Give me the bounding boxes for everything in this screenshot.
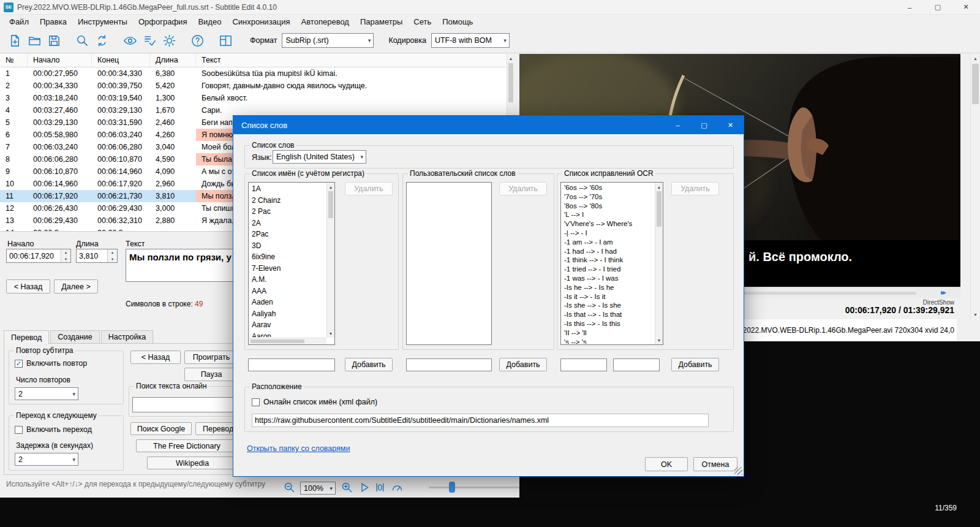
visual-sync-icon[interactable] (120, 31, 140, 50)
back-button[interactable]: < Назад (130, 351, 181, 364)
menu-item[interactable]: Инструменты (72, 16, 133, 28)
scroll-thumb[interactable] (972, 64, 979, 104)
free-dictionary-button[interactable]: The Free Dictionary (136, 439, 238, 452)
help-icon[interactable] (187, 31, 207, 50)
cancel-button[interactable]: Отмена (693, 457, 737, 471)
menu-item[interactable]: Орфография (133, 16, 192, 28)
list-item[interactable]: -1 tried --> - I tried (562, 265, 654, 274)
scroll-up-icon[interactable]: ▲ (971, 54, 980, 63)
col-end[interactable]: Конец (92, 54, 150, 67)
names-add-input[interactable] (248, 358, 335, 371)
minimize-icon[interactable]: – (895, 0, 924, 15)
wikipedia-button[interactable]: Wikipedia (147, 457, 238, 469)
duration-stepper[interactable]: 3,810 ▲▼ (76, 249, 118, 263)
menu-item[interactable]: Файл (4, 16, 34, 28)
online-names-checkbox[interactable]: Онлайн список имён (xml файл) (252, 398, 377, 406)
ocr-add-button[interactable]: Добавить (671, 358, 719, 371)
scroll-up-icon[interactable]: ▲ (655, 183, 663, 191)
list-item[interactable]: 2A (249, 218, 326, 229)
start-time-stepper[interactable]: 00:06:17,920 ▲▼ (6, 249, 71, 263)
col-number[interactable]: № (0, 54, 28, 67)
list-item[interactable]: -Is he --> - Is he (562, 283, 654, 292)
col-start[interactable]: Начало (28, 54, 92, 67)
user-words-add-button[interactable]: Добавить (499, 358, 547, 371)
ok-button[interactable]: OK (645, 457, 688, 471)
list-item[interactable]: 6ix9ine (249, 251, 326, 263)
settings-gear-icon[interactable] (159, 31, 179, 50)
scroll-thumb[interactable] (251, 339, 304, 343)
spin-up-icon[interactable]: ▲ (108, 249, 117, 256)
list-item[interactable]: -Is she --> - Is she (562, 301, 654, 310)
window-scrollbar[interactable]: ▲ ▼ (970, 54, 980, 319)
dialog-maximize-icon[interactable]: ▢ (691, 116, 717, 134)
zoom-out-icon[interactable] (283, 481, 296, 494)
list-item[interactable]: '8os --> '80s (562, 202, 654, 211)
checkbox-unchecked-icon[interactable] (252, 398, 260, 406)
dialog-minimize-icon[interactable]: – (665, 116, 691, 134)
names-hscrollbar[interactable] (249, 338, 326, 344)
list-item[interactable]: -1 had --> - I had (562, 247, 654, 256)
repeat-checkbox[interactable]: ✓ Включить повтор (15, 359, 87, 368)
open-dictionaries-folder-link[interactable]: Открыть папку со словарями (247, 444, 350, 453)
prev-subtitle-button[interactable]: < Назад (6, 279, 50, 294)
find-icon[interactable] (72, 31, 92, 50)
list-item[interactable]: 's --> 's (562, 338, 654, 344)
menu-item[interactable]: Параметры (355, 16, 408, 28)
ocr-replace-input[interactable] (613, 358, 660, 371)
list-item[interactable]: -Is this --> - Is this (562, 319, 654, 328)
encoding-select[interactable]: UTF-8 with BOM ▾ (431, 33, 510, 48)
list-item[interactable]: -Is it --> - Is it (562, 292, 654, 301)
list-item[interactable]: 'v'Vhere's --> Where's (562, 219, 654, 229)
names-listbox[interactable]: 1A2 Chainz2 Pac2A2Pac3D6ix9ine7-ElevenA.… (248, 182, 335, 345)
list-item[interactable]: '7os --> '70s (562, 192, 654, 202)
user-words-remove-button[interactable]: Удалить (499, 182, 547, 195)
ocr-find-input[interactable] (560, 358, 607, 371)
next-subtitle-button[interactable]: Далее > (54, 279, 98, 294)
tab-item[interactable]: Настройка (101, 330, 154, 344)
subtitle-row[interactable]: 100:00:27,95000:00:34,3306,380Soobesüküt… (0, 67, 507, 80)
list-item[interactable]: Aaliyah (249, 308, 326, 320)
list-item[interactable]: -Is that --> - Is that (562, 310, 654, 319)
dialog-titlebar[interactable]: Список слов – ▢ ✕ (233, 116, 744, 134)
list-item[interactable]: Aaron (249, 331, 326, 338)
ocr-fixes-listbox[interactable]: '6os --> '60s'7os --> '70s'8os --> '80s'… (560, 182, 663, 345)
list-item[interactable]: 7-Eleven (249, 263, 326, 275)
replace-icon[interactable] (92, 31, 111, 50)
list-item[interactable]: 2Pac (249, 229, 326, 240)
list-item[interactable]: Aarav (249, 319, 326, 331)
list-item[interactable]: 'L --> I (562, 210, 654, 219)
spin-down-icon[interactable]: ▼ (108, 256, 117, 263)
list-item[interactable]: Aaden (249, 297, 326, 308)
names-remove-button[interactable]: Удалить (345, 182, 393, 195)
subtitle-row[interactable]: 300:03:18,24000:03:19,5401,300Белый хвос… (0, 92, 507, 104)
waveform-slider-thumb[interactable] (449, 482, 455, 493)
subtitle-row[interactable]: 200:00:34,33000:00:39,7505,420Говорят, д… (0, 80, 507, 92)
names-add-button[interactable]: Добавить (345, 358, 393, 371)
pause-button[interactable]: Пауза (184, 368, 238, 381)
list-item[interactable]: -1 was --> - I was (562, 274, 654, 283)
names-url-input[interactable]: https://raw.githubusercontent.com/Subtit… (252, 414, 709, 427)
goto-start-icon[interactable] (374, 481, 386, 494)
list-item[interactable]: 3D (249, 240, 326, 252)
waveform-bottom-strip[interactable] (0, 498, 980, 527)
scroll-up-icon[interactable]: ▲ (507, 54, 514, 63)
checkbox-unchecked-icon[interactable] (15, 426, 23, 434)
new-file-icon[interactable] (5, 31, 24, 50)
close-icon[interactable]: ✕ (952, 0, 980, 15)
subtitle-row[interactable]: 400:03:27,46000:03:29,1301,670Сари. (0, 104, 507, 116)
google-search-button[interactable]: Поиск Google (130, 422, 192, 435)
goto-next-checkbox[interactable]: Включить переход (15, 425, 92, 434)
spin-up-icon[interactable]: ▲ (61, 249, 70, 256)
playback-speed-icon[interactable] (391, 481, 404, 494)
format-select[interactable]: SubRip (.srt) ▾ (282, 33, 374, 48)
ocr-remove-button[interactable]: Удалить (671, 182, 719, 195)
list-item[interactable]: 2 Chainz (249, 195, 326, 207)
scroll-down-icon[interactable]: ▼ (655, 336, 663, 344)
scroll-down-icon[interactable]: ▼ (327, 329, 334, 338)
list-item[interactable]: A.M. (249, 274, 326, 286)
waveform-slider[interactable] (429, 487, 519, 488)
zoom-level-select[interactable]: 100% ▾ (300, 482, 336, 495)
open-file-icon[interactable] (24, 31, 44, 50)
list-item[interactable]: 1A (249, 183, 326, 195)
tab-item[interactable]: Создание (50, 330, 99, 344)
